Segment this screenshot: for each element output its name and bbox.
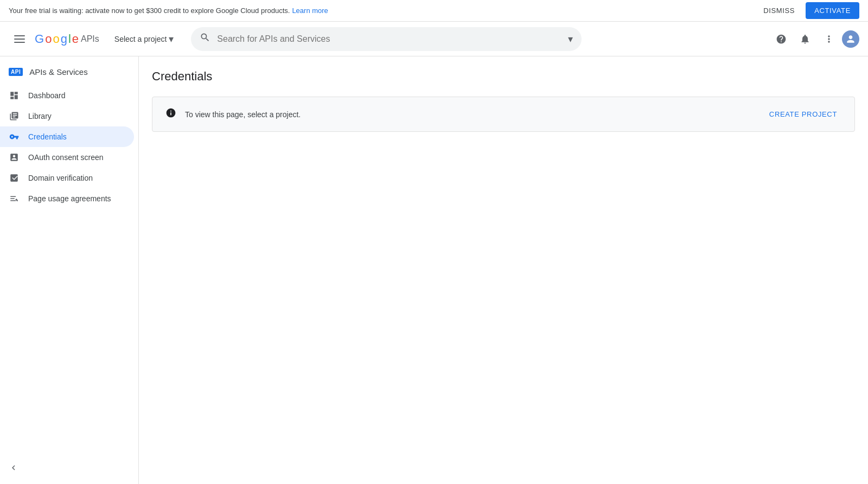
content-area: Credentials To view this page, select a …	[139, 56, 868, 484]
search-icon	[200, 32, 210, 46]
chevron-down-icon: ▾	[169, 33, 174, 45]
logo-apis-text: APIs	[81, 34, 99, 44]
sidebar-item-dashboard-label: Dashboard	[28, 91, 66, 100]
oauth-icon	[9, 152, 20, 162]
credentials-icon	[9, 132, 20, 142]
main-layout: API APIs & Services Dashboard Library	[0, 56, 868, 484]
sidebar-item-credentials[interactable]: Credentials	[0, 126, 134, 147]
sidebar-item-library[interactable]: Library	[0, 106, 134, 126]
logo-letter-o1: o	[45, 32, 52, 46]
sidebar-item-oauth[interactable]: OAuth consent screen	[0, 147, 134, 168]
activate-button[interactable]: ACTIVATE	[806, 2, 859, 19]
sidebar-title: APIs & Services	[29, 67, 88, 77]
top-banner: Your free trial is waiting: activate now…	[0, 0, 868, 22]
collapse-sidebar-icon[interactable]	[9, 463, 18, 475]
banner-message-area: Your free trial is waiting: activate now…	[9, 7, 328, 15]
search-bar: ▾	[191, 27, 582, 51]
info-banner-left: To view this page, select a project.	[165, 107, 301, 121]
header-left: Google APIs Select a project ▾	[9, 28, 178, 50]
help-icon[interactable]	[770, 28, 792, 50]
sidebar-item-page-usage-label: Page usage agreements	[28, 194, 111, 203]
search-input[interactable]	[217, 34, 561, 44]
sidebar-item-page-usage[interactable]: Page usage agreements	[0, 188, 134, 209]
menu-icon[interactable]	[9, 28, 30, 50]
info-icon	[165, 107, 176, 121]
learn-more-link[interactable]: Learn more	[292, 7, 328, 15]
api-badge: API	[9, 68, 23, 76]
info-message: To view this page, select a project.	[185, 110, 301, 119]
logo-letter-g1: G	[35, 32, 44, 46]
sidebar-header: API APIs & Services	[0, 61, 138, 85]
banner-actions: DISMISS ACTIVATE	[757, 2, 859, 19]
google-apis-logo: Google APIs	[35, 32, 99, 46]
header-right	[770, 28, 859, 50]
notifications-icon[interactable]	[794, 28, 816, 50]
sidebar-item-library-label: Library	[28, 112, 52, 120]
sidebar: API APIs & Services Dashboard Library	[0, 56, 139, 484]
avatar[interactable]	[842, 30, 859, 48]
banner-text: Your free trial is waiting: activate now…	[9, 7, 290, 15]
project-selector[interactable]: Select a project ▾	[110, 30, 178, 48]
svg-rect-2	[14, 42, 25, 43]
sidebar-item-domain[interactable]: Domain verification	[0, 168, 134, 188]
sidebar-item-oauth-label: OAuth consent screen	[28, 153, 104, 162]
page-title: Credentials	[152, 69, 855, 84]
logo-letter-e: e	[72, 32, 79, 46]
library-icon	[9, 111, 20, 121]
logo-letter-g2: g	[61, 32, 67, 46]
page-usage-icon	[9, 194, 20, 203]
logo-letter-o2: o	[53, 32, 59, 46]
logo-letter-l: l	[68, 32, 71, 46]
info-banner: To view this page, select a project. CRE…	[152, 97, 855, 132]
dashboard-icon	[9, 91, 20, 100]
project-selector-label: Select a project	[114, 35, 167, 43]
dismiss-button[interactable]: DISMISS	[757, 3, 801, 18]
more-options-icon[interactable]	[818, 28, 840, 50]
header: Google APIs Select a project ▾ ▾	[0, 22, 868, 56]
sidebar-item-credentials-label: Credentials	[28, 132, 67, 141]
sidebar-item-dashboard[interactable]: Dashboard	[0, 85, 134, 106]
sidebar-item-domain-label: Domain verification	[28, 174, 93, 182]
create-project-button[interactable]: CREATE PROJECT	[765, 106, 841, 123]
svg-rect-1	[14, 39, 25, 40]
search-expand-icon[interactable]: ▾	[568, 33, 573, 45]
domain-icon	[9, 173, 20, 183]
svg-rect-0	[14, 35, 25, 36]
